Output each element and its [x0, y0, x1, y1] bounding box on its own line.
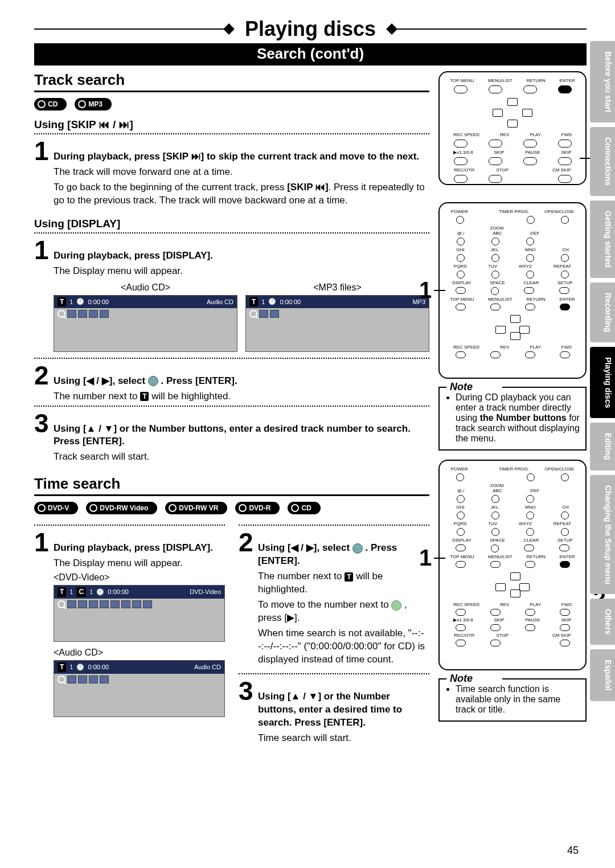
osd-icon: [67, 600, 76, 608]
c-chip: C: [76, 587, 86, 596]
osd-t-chip: T: [58, 297, 66, 306]
callout-1: 1: [419, 277, 432, 303]
dotted-rule: [34, 358, 429, 359]
osd-audio-label: <Audio CD>: [54, 282, 237, 293]
tab-changing-setup[interactable]: Changing the Setup menu: [590, 475, 615, 594]
rule-left: [34, 28, 229, 30]
td-step2-detail: The number next to T will be highlighted…: [54, 390, 429, 403]
osd-icon: [78, 600, 87, 608]
osd-icon: [89, 675, 98, 683]
track-skip-step1-body: During playback, press [SKIP ⏭] to skip …: [54, 150, 429, 207]
note-box-2: Note Time search function is available o…: [438, 678, 587, 722]
clock-icon: 🕐: [76, 664, 84, 671]
clock-icon: 🕐: [76, 298, 84, 305]
search-circle-icon: [352, 543, 363, 554]
using-display-label: Using [DISPLAY]: [34, 218, 429, 230]
osd-icon: [270, 310, 279, 318]
td-step3-instruction: Using [▲ / ▼] or the Number buttons, ent…: [54, 423, 429, 449]
disc-badges-track: CD MP3: [34, 98, 429, 110]
c-circle-icon: [391, 600, 401, 611]
badge-dvdr: DVD-R: [235, 502, 280, 514]
osd-icon: [67, 310, 76, 318]
clock-icon: 🕐: [96, 588, 104, 596]
dvd-video-label: <DVD-Video>: [54, 572, 225, 583]
osd-disc-type: Audio CD: [207, 298, 233, 305]
track-search-heading: Track search: [34, 71, 429, 92]
osd-icon: [259, 310, 268, 318]
tab-editing[interactable]: Editing: [590, 423, 615, 470]
dotted-rule: [34, 406, 429, 407]
osd-icon: [100, 675, 109, 683]
td-step2-body: Using [◀ / ▶], select . Press [ENTER]. T…: [54, 375, 429, 403]
osd-track-num: 1: [69, 298, 73, 305]
ts-step3-body: Using [▲ / ▼] or the Number buttons, ent…: [258, 690, 429, 745]
audio-cd-label2: <Audio CD>: [54, 648, 225, 658]
osd-icon: [143, 600, 152, 608]
td-step2-instruction: Using [◀ / ▶], select . Press [ENTER].: [54, 375, 429, 388]
osd-audio-cd: <Audio CD> T 1 🕐 0:00:00 Audio CD: [54, 282, 237, 352]
tab-getting-started[interactable]: Getting started: [590, 200, 615, 278]
ts-step1-detail: The Display menu will appear.: [54, 557, 225, 570]
ts-step2-body: Using [◀ / ▶], select . Press [ENTER]. T…: [258, 542, 429, 666]
osd-icon: [89, 310, 98, 318]
td-step3-body: Using [▲ / ▼] or the Number buttons, ent…: [54, 423, 429, 464]
tab-connections[interactable]: Connections: [590, 127, 615, 196]
osd-icon: [67, 675, 76, 683]
tab-before-you-start[interactable]: Before you start: [590, 41, 615, 122]
osd-time: 0:00:00: [88, 298, 109, 305]
note-box-1: Note During CD playback you can enter a …: [438, 387, 587, 451]
osd-mp3-label: <MP3 files>: [245, 282, 429, 293]
badge-cd: CD: [34, 98, 67, 110]
remote-diagram-1: TOP MENUMENU/LISTRETURNENTER REC SPEEDRE…: [438, 71, 587, 185]
td-step1-detail: The Display menu will appear.: [54, 265, 429, 278]
using-skip-label: Using [SKIP ⏮ / ⏭]: [34, 118, 429, 131]
osd-icon: [132, 600, 141, 608]
step1-detail1: The track will move forward one at a tim…: [54, 166, 429, 179]
magnifier-icon: [58, 600, 65, 608]
badge-dvdv: DVD-V: [34, 502, 78, 514]
track-display-step1-body: During playback, press [DISPLAY]. The Di…: [54, 249, 429, 278]
note-title: Note: [446, 381, 476, 393]
chapter-title: Playing discs: [229, 17, 392, 41]
ts-step2-instruction: Using [◀ / ▶], select . Press [ENTER].: [258, 542, 429, 568]
note-text: Time search function is available only i…: [456, 684, 580, 715]
ts-step3-instruction: Using [▲ / ▼] or the Number buttons, ent…: [258, 690, 429, 730]
osd-icon: [110, 600, 120, 608]
clock-icon: 🕐: [268, 298, 276, 305]
td-step3-detail: Track search will start.: [54, 451, 429, 464]
badge-dvdrw-vr: DVD-RW VR: [165, 502, 227, 514]
tab-recording[interactable]: Recording: [590, 282, 615, 342]
t-chip: T: [58, 587, 66, 596]
dotted-rule: [34, 232, 429, 234]
badge-mp3: MP3: [75, 98, 112, 110]
note-title: Note: [446, 673, 476, 685]
step1-instruction: During playback, press [SKIP ⏭] to skip …: [54, 150, 429, 163]
osd-icon: [89, 600, 98, 608]
step1-detail2: To go back to the beginning of the curre…: [54, 181, 429, 207]
osd-mp3: <MP3 files> T 1 🕐 0:00:00 MP3: [245, 282, 429, 352]
time-search-heading: Time search: [34, 475, 429, 496]
badge-cd2: CD: [288, 502, 320, 514]
osd-icon: [121, 600, 130, 608]
note-text: During CD playback you can enter a track…: [456, 392, 580, 444]
magnifier-icon: [249, 310, 257, 318]
dotted-rule: [34, 525, 225, 526]
dotted-rule: [239, 673, 429, 674]
osd-track-num: 1: [261, 298, 265, 305]
badge-dvdrw-video: DVD-RW Video: [86, 502, 157, 514]
page-number: 45: [567, 845, 579, 857]
chapter-side-tabs: Before you start Connections Getting sta…: [590, 41, 615, 701]
osd-icon: [78, 675, 87, 683]
remote-diagram-2: POWERTIMER PROG.OPEN/CLOSE ZOOM @./ABCDE…: [438, 202, 587, 379]
tab-others[interactable]: Others: [590, 599, 615, 645]
tab-playing-discs[interactable]: Playing discs: [590, 347, 615, 418]
ts-step1-instruction: During playback, press [DISPLAY].: [54, 542, 225, 555]
search-circle-icon: [148, 376, 158, 386]
disc-badges-time: DVD-V DVD-RW Video DVD-RW VR DVD-R CD: [34, 502, 429, 514]
magnifier-icon: [58, 675, 65, 683]
osd-icon: [100, 600, 109, 608]
magnifier-icon: [58, 310, 65, 318]
tab-espanol[interactable]: Español: [590, 649, 615, 701]
dotted-rule: [34, 133, 429, 134]
t-chip-icon: T: [140, 392, 149, 401]
